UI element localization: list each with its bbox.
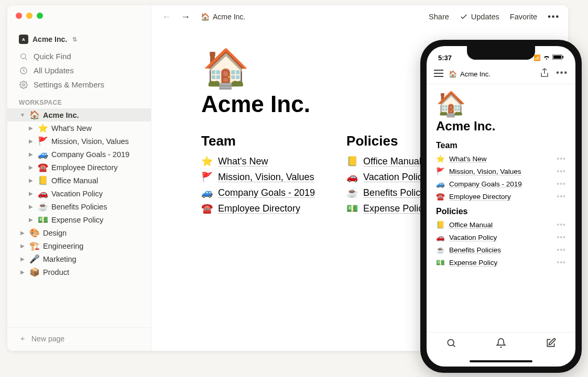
maximize-window-button[interactable] [37, 13, 43, 19]
tree-item-mission[interactable]: ▶ 🚩 Mission, Vision, Values [7, 135, 151, 148]
package-icon: 📦 [29, 267, 40, 277]
row-more-button[interactable]: ••• [557, 246, 566, 254]
caret-right-icon[interactable]: ▶ [27, 151, 35, 157]
tree-item-whats-new[interactable]: ▶ ⭐ What's New [7, 121, 151, 135]
all-updates-label: All Updates [34, 66, 74, 75]
link-office-manual[interactable]: 📒 Office Manual [346, 156, 432, 167]
link-company-goals[interactable]: 🚙 Company Goals - 2019 [201, 187, 315, 198]
phone-link-office-manual[interactable]: 📒 Office Manual ••• [436, 218, 566, 231]
phone-frame: 5:37 📶 🏠 Acme Inc. [420, 40, 582, 373]
tree-item-benefits-policies[interactable]: ▶ ☕ Benefits Policies [7, 200, 151, 213]
phone-breadcrumb[interactable]: 🏠 Acme Inc. [449, 70, 491, 78]
tree-item-office-manual[interactable]: ▶ 📒 Office Manual [7, 174, 151, 187]
tree-root-label: Acme Inc. [43, 111, 79, 119]
share-icon-button[interactable] [540, 68, 549, 80]
row-more-button[interactable]: ••• [557, 192, 566, 201]
link-employee-directory[interactable]: ☎️ Employee Directory [201, 203, 315, 214]
house-icon: 🏠 [201, 13, 210, 21]
svg-rect-6 [562, 56, 563, 59]
link-expense-policy[interactable]: 💵 Expense Policy [346, 203, 432, 214]
link-whats-new[interactable]: ⭐ What's New [201, 156, 315, 167]
svg-point-10 [448, 339, 454, 346]
row-more-button[interactable]: ••• [557, 258, 566, 267]
caret-right-icon[interactable]: ▶ [27, 217, 35, 223]
minimize-window-button[interactable] [26, 13, 32, 19]
search-tab-button[interactable] [446, 338, 456, 351]
quick-find-button[interactable]: Quick Find [7, 49, 151, 63]
link-benefits-policies[interactable]: ☕ Benefits Policies [346, 187, 432, 198]
caret-right-icon[interactable]: ▶ [27, 138, 35, 144]
all-updates-button[interactable]: All Updates [7, 63, 151, 77]
workspace-logo: A [19, 35, 28, 44]
caret-right-icon[interactable]: ▶ [27, 164, 35, 170]
hamburger-menu-button[interactable] [434, 70, 443, 79]
coffee-icon: ☕ [436, 246, 445, 254]
money-icon: 💵 [38, 215, 48, 225]
notebook-icon: 📒 [38, 175, 48, 185]
caret-down-icon[interactable]: ▼ [19, 112, 26, 118]
phone-link-benefits-policies[interactable]: ☕ Benefits Policies ••• [436, 243, 566, 256]
tree-item-marketing[interactable]: ▶ 🎤 Marketing [7, 252, 151, 265]
phone-link-employee-directory[interactable]: ☎️ Employee Directory ••• [436, 190, 566, 203]
phone-link-whats-new[interactable]: ⭐ What's New ••• [436, 152, 566, 165]
car-icon: 🚙 [201, 187, 213, 198]
share-button[interactable]: Share [429, 13, 449, 21]
favorite-button[interactable]: Favorite [510, 13, 537, 21]
palette-icon: 🎨 [29, 228, 40, 238]
tree-item-engineering[interactable]: ▶ 🏗️ Engineering [7, 239, 151, 252]
phone-link-company-goals[interactable]: 🚙 Company Goals - 2019 ••• [436, 178, 566, 190]
nav-back-button[interactable]: ← [160, 10, 173, 24]
notifications-tab-button[interactable] [496, 338, 506, 351]
column-policies: Policies 📒 Office Manual 🚗 Vacation Poli… [346, 133, 432, 218]
caret-right-icon[interactable]: ▶ [19, 269, 26, 275]
phone-page-icon[interactable]: 🏠 [436, 92, 566, 116]
link-mission[interactable]: 🚩 Mission, Vision, Values [201, 171, 315, 183]
more-menu-button[interactable]: ••• [556, 68, 568, 80]
settings-button[interactable]: Settings & Members [7, 77, 151, 92]
caret-right-icon[interactable]: ▶ [27, 191, 35, 196]
caret-right-icon[interactable]: ▶ [19, 243, 26, 249]
tree-item-vacation-policy[interactable]: ▶ 🚗 Vacation Policy [7, 187, 151, 200]
nav-forward-button[interactable]: → [179, 10, 192, 24]
row-more-button[interactable]: ••• [557, 233, 566, 241]
caret-right-icon[interactable]: ▶ [27, 178, 35, 183]
topbar-actions: Share Updates Favorite ••• [429, 12, 560, 21]
phone-icon: ☎️ [201, 203, 213, 214]
home-indicator[interactable] [427, 356, 575, 367]
gear-icon [19, 81, 28, 89]
phone-icon: ☎️ [436, 192, 445, 201]
link-vacation-policy[interactable]: 🚗 Vacation Policy [346, 171, 432, 183]
topbar: ← → 🏠 Acme Inc. Share Updates Favorite •… [151, 5, 568, 28]
workspace-switcher[interactable]: A Acme Inc. ⇅ [7, 31, 151, 49]
tree-root-acme[interactable]: ▼ 🏠 Acme Inc. [7, 108, 151, 121]
phone-notch [467, 46, 535, 60]
caret-right-icon[interactable]: ▶ [27, 125, 35, 131]
compose-tab-button[interactable] [546, 338, 556, 351]
tree-item-design[interactable]: ▶ 🎨 Design [7, 226, 151, 239]
caret-right-icon[interactable]: ▶ [27, 204, 35, 209]
breadcrumb-label: Acme Inc. [213, 13, 245, 21]
tree-item-product[interactable]: ▶ 📦 Product [7, 265, 151, 279]
coffee-icon: ☕ [346, 187, 358, 198]
phone-link-vacation-policy[interactable]: 🚗 Vacation Policy ••• [436, 231, 566, 243]
tree-item-employee-directory[interactable]: ▶ ☎️ Employee Directory [7, 161, 151, 174]
wifi-icon [543, 54, 550, 61]
close-window-button[interactable] [16, 13, 22, 19]
caret-right-icon[interactable]: ▶ [19, 256, 26, 262]
new-page-button[interactable]: ＋ New page [7, 327, 151, 351]
breadcrumb[interactable]: 🏠 Acme Inc. [201, 13, 245, 21]
phone-link-mission[interactable]: 🚩 Mission, Vision, Values ••• [436, 165, 566, 178]
row-more-button[interactable]: ••• [557, 167, 566, 175]
phone-page-title[interactable]: Acme Inc. [436, 119, 566, 134]
updates-button[interactable]: Updates [460, 13, 499, 21]
caret-right-icon[interactable]: ▶ [19, 230, 26, 236]
phone-link-expense-policy[interactable]: 💵 Expense Policy ••• [436, 256, 566, 269]
row-more-button[interactable]: ••• [557, 180, 566, 188]
tree-item-company-goals[interactable]: ▶ 🚙 Company Goals - 2019 [7, 148, 151, 161]
row-more-button[interactable]: ••• [557, 220, 566, 229]
car-icon: 🚗 [436, 233, 445, 241]
tree-item-expense-policy[interactable]: ▶ 💵 Expense Policy [7, 213, 151, 226]
more-menu-button[interactable]: ••• [548, 12, 560, 21]
row-more-button[interactable]: ••• [557, 154, 566, 163]
car-icon: 🚗 [346, 171, 358, 183]
